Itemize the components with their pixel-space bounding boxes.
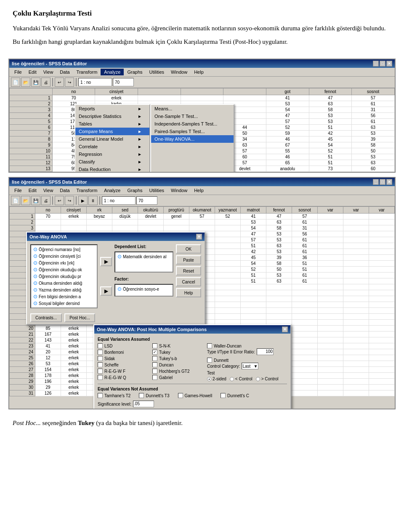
- dunnett-checkbox[interactable]: [207, 358, 212, 363]
- waller-checkbox[interactable]: [207, 343, 212, 348]
- greater-circle[interactable]: [256, 377, 260, 381]
- minimize-btn-1[interactable]: _: [373, 61, 379, 67]
- tukey-checkbox[interactable]: [152, 350, 157, 355]
- post-hoc-button[interactable]: Post Hoc...: [64, 313, 95, 322]
- waller-row[interactable]: Waller-Duncan: [207, 343, 279, 348]
- sidak-row[interactable]: Sidak: [98, 356, 148, 361]
- tamhane-checkbox[interactable]: [98, 393, 103, 398]
- snk-row[interactable]: S-N-K: [152, 343, 203, 348]
- menu-view-2[interactable]: View: [40, 187, 57, 194]
- menu-analyze-1[interactable]: Analyze: [101, 69, 124, 75]
- toolbar-extra-1[interactable]: ▶: [78, 196, 88, 205]
- menu-data-2[interactable]: Data: [56, 187, 73, 194]
- posthoc-close-btn[interactable]: ✕: [282, 326, 288, 332]
- bonferroni-checkbox[interactable]: [98, 350, 103, 355]
- help-button[interactable]: Help: [176, 288, 201, 297]
- toolbar-print-1[interactable]: 🖨: [41, 78, 50, 87]
- dunnettc-row[interactable]: Dunnett's C: [221, 393, 249, 398]
- menu-item-descriptive[interactable]: Descriptive Statistics ▶: [75, 112, 149, 120]
- menu-data-1[interactable]: Data: [56, 69, 73, 75]
- menu-item-compare-means[interactable]: Compare Means ▶: [75, 128, 149, 135]
- menu-item-regression[interactable]: Regression ▶: [75, 150, 149, 158]
- toolbar-open-1[interactable]: 📂: [21, 78, 30, 87]
- greater-radio[interactable]: > Control: [256, 377, 279, 381]
- toolbar-extra-2[interactable]: ⏸: [88, 196, 98, 205]
- toolbar-undo-1[interactable]: ↩: [55, 78, 64, 87]
- toolbar-new-1[interactable]: 📄: [11, 78, 20, 87]
- menu-view-1[interactable]: View: [40, 69, 57, 75]
- submenu-oneway[interactable]: One-Way ANOVA...: [151, 135, 234, 143]
- toolbar-save-2[interactable]: 💾: [31, 196, 40, 205]
- toolbar-new-2[interactable]: 📄: [11, 196, 20, 205]
- menu-item-glm[interactable]: General Linear Model ▶: [75, 135, 149, 143]
- bonferroni-row[interactable]: Bonferroni: [98, 350, 148, 355]
- lsd-row[interactable]: LSD: [98, 343, 148, 348]
- twosided-circle[interactable]: [207, 377, 211, 381]
- control-cat-dropdown[interactable]: Last ▼: [242, 363, 258, 369]
- listbox-item-cinsiyet[interactable]: ⊙Öğrencinin cinsiyeti [ci: [32, 253, 96, 259]
- menu-help-1[interactable]: Help: [191, 69, 207, 75]
- dependent-listbox[interactable]: ⊙Matematik dersinden al: [114, 251, 173, 273]
- contrasts-button[interactable]: Contrasts...: [30, 313, 62, 322]
- menu-graphs-2[interactable]: Graphs: [124, 187, 146, 194]
- listbox-item-okul[interactable]: ⊙Öğrencinin okuduğu ok: [32, 266, 96, 273]
- regwf-checkbox[interactable]: [98, 369, 103, 374]
- listbox-item-irk[interactable]: ⊙Öğrencinin ırkı [ırk]: [32, 259, 96, 266]
- submenu-means[interactable]: Means...: [151, 105, 234, 112]
- duncan-row[interactable]: Duncan: [152, 362, 203, 367]
- arrow-factor-btn[interactable]: ▶: [100, 286, 112, 296]
- menu-item-data-reduction[interactable]: Data Reduction ▶: [75, 166, 149, 172]
- gabriel-row[interactable]: Gabriel: [152, 375, 203, 380]
- ok-button[interactable]: OK: [176, 244, 201, 254]
- dunnett3-checkbox[interactable]: [139, 393, 144, 398]
- menu-utilities-1[interactable]: Utilities: [146, 69, 167, 75]
- menu-edit-1[interactable]: Edit: [25, 69, 40, 75]
- menu-window-1[interactable]: Window: [167, 69, 191, 75]
- menu-file-1[interactable]: File: [11, 69, 25, 75]
- menu-help-2[interactable]: Help: [191, 187, 207, 194]
- menu-transform-1[interactable]: Transform: [73, 69, 101, 75]
- menu-item-correlate[interactable]: Correlate ▶: [75, 143, 149, 150]
- maximize-btn-1[interactable]: □: [380, 61, 385, 67]
- menu-item-classify[interactable]: Classify ▶: [75, 158, 149, 166]
- minimize-btn-2[interactable]: _: [373, 179, 379, 185]
- submenu-one-sample[interactable]: One-Sample T Test...: [151, 112, 234, 120]
- dunnettc-checkbox[interactable]: [221, 393, 226, 398]
- tukeyb-row[interactable]: Tukey's-b: [152, 356, 203, 361]
- scheffe-row[interactable]: Scheffe: [98, 362, 148, 367]
- reset-button[interactable]: Reset: [176, 266, 201, 275]
- hochberg-checkbox[interactable]: [152, 369, 157, 374]
- dunnett3-row[interactable]: Dunnett's T3: [139, 393, 169, 398]
- listbox-item-okuma[interactable]: ⊙Okuma dersinden aldığ: [32, 280, 96, 286]
- toolbar-undo-2[interactable]: ↩: [55, 196, 64, 205]
- menu-transform-2[interactable]: Transform: [73, 187, 101, 194]
- close-btn-2[interactable]: ✕: [386, 179, 392, 185]
- regwq-checkbox[interactable]: [98, 375, 103, 380]
- less-circle[interactable]: [230, 377, 234, 381]
- snk-checkbox[interactable]: [152, 343, 157, 348]
- error-ratio-input[interactable]: 100: [257, 348, 274, 355]
- close-btn-1[interactable]: ✕: [386, 61, 392, 67]
- menu-analyze-2[interactable]: Analyze: [101, 187, 124, 194]
- toolbar-redo-1[interactable]: ↪: [65, 78, 74, 87]
- hochberg-row[interactable]: Hochberg's GT2: [152, 369, 203, 374]
- regwq-row[interactable]: R-E-G-W Q: [98, 375, 148, 380]
- menu-graphs-1[interactable]: Graphs: [124, 69, 146, 75]
- listbox-item-prog[interactable]: ⊙Öğrencinin okuduğu pr: [32, 273, 96, 280]
- toolbar-redo-2[interactable]: ↪: [65, 196, 74, 205]
- toolbar-open-2[interactable]: 📂: [21, 196, 30, 205]
- menu-item-tables[interactable]: Tables ▶: [75, 120, 149, 128]
- arrow-dependent-btn[interactable]: ▶: [100, 257, 112, 266]
- menu-item-reports[interactable]: Reports ▶: [75, 105, 149, 112]
- menu-utilities-2[interactable]: Utilities: [146, 187, 167, 194]
- toolbar-print-2[interactable]: 🖨: [41, 196, 50, 205]
- oneway-variable-listbox[interactable]: ⊙Öğrenci numarası [no] ⊙Öğrencinin cinsi…: [30, 244, 98, 308]
- games-row[interactable]: Games-Howell: [178, 393, 213, 398]
- scheffe-checkbox[interactable]: [98, 362, 103, 367]
- less-radio[interactable]: < Control: [230, 377, 252, 381]
- gabriel-checkbox[interactable]: [152, 375, 157, 380]
- duncan-checkbox[interactable]: [152, 362, 157, 367]
- maximize-btn-2[interactable]: □: [380, 179, 385, 185]
- tukey-row[interactable]: Tukey: [152, 350, 203, 355]
- sidak-checkbox[interactable]: [98, 356, 103, 361]
